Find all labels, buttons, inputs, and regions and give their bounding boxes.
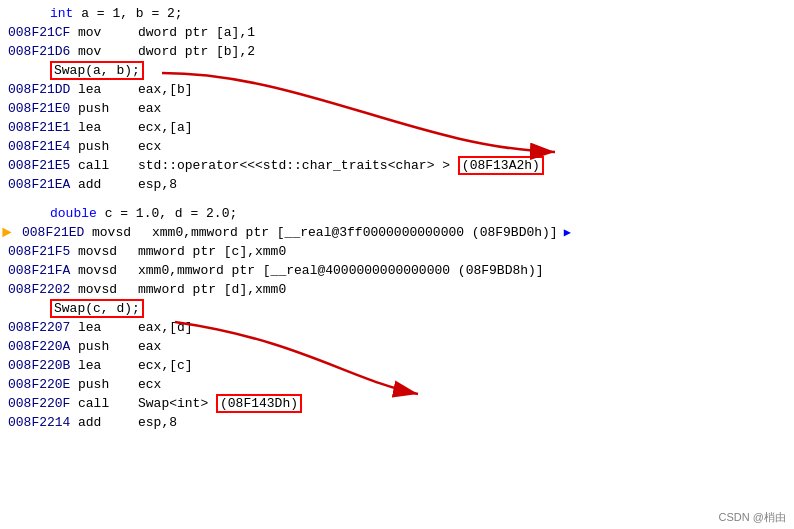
mnem-movsd2: movsd [78,244,138,259]
source-text-1: a = 1, b = 2; [81,6,182,21]
addr-21EA: 008F21EA [8,177,78,192]
keyword-double: double [50,206,97,221]
op-mov1: dword ptr [a],1 [138,25,255,40]
asm-line-11: 008F2202 movsd mmword ptr [d],xmm0 [0,280,794,299]
op-call1: std::operator<<<std::char_traits<char> > [138,158,458,173]
op-push2: ecx [138,139,161,154]
addr-21ED: 008F21ED [22,225,92,240]
addr-220A: 008F220A [8,339,78,354]
swap-line-2: Swap(c, d); [0,299,794,318]
addr-ref-box-1: (08F13A2h) [458,156,544,175]
mnem-movsd4: movsd [78,282,138,297]
op-movsd3: xmm0,mmword ptr [__real@4000000000000000… [138,263,544,278]
play-marker: ▶ [564,225,571,240]
addr-220B: 008F220B [8,358,78,373]
mnem-lea2: lea [78,120,138,135]
mnem-movsd3: movsd [78,263,138,278]
addr-220E: 008F220E [8,377,78,392]
asm-line-12: 008F2207 lea eax,[d] [0,318,794,337]
empty-line [0,194,794,204]
addr-21D6: 008F21D6 [8,44,78,59]
op-movsd4: mmword ptr [d],xmm0 [138,282,286,297]
mnem-push1: push [78,101,138,116]
addr-21E1: 008F21E1 [8,120,78,135]
swap-cd-box: Swap(c, d); [50,299,144,318]
mnem-call1: call [78,158,138,173]
addr-2202: 008F2202 [8,282,78,297]
asm-line-4: 008F21E0 push eax [0,99,794,118]
source-line-2: double c = 1.0, d = 2.0; [0,204,794,223]
asm-line-14: 008F220B lea ecx,[c] [0,356,794,375]
mnem-mov1: mov [78,25,138,40]
keyword-int: int [50,6,73,21]
op-movsd2: mmword ptr [c],xmm0 [138,244,286,259]
mnem-mov2: mov [78,44,138,59]
asm-line-5: 008F21E1 lea ecx,[a] [0,118,794,137]
addr-21FA: 008F21FA [8,263,78,278]
addr-21F5: 008F21F5 [8,244,78,259]
asm-line-7: 008F21EA add esp,8 [0,175,794,194]
mnem-lea3: lea [78,320,138,335]
op-lea4: ecx,[c] [138,358,193,373]
asm-line-8: ► 008F21ED movsd xmm0,mmword ptr [__real… [0,223,794,242]
op-push3: eax [138,339,161,354]
asm-line-9: 008F21F5 movsd mmword ptr [c],xmm0 [0,242,794,261]
op-lea3: eax,[d] [138,320,193,335]
addr-220F: 008F220F [8,396,78,411]
addr-2207: 008F2207 [8,320,78,335]
asm-line-15: 008F220E push ecx [0,375,794,394]
asm-line-call2: 008F220F call Swap<int> (08F143Dh) [0,394,794,413]
op-add1: esp,8 [138,177,177,192]
mnem-movsd1: movsd [92,225,152,240]
asm-line-10: 008F21FA movsd xmm0,mmword ptr [__real@4… [0,261,794,280]
asm-line-13: 008F220A push eax [0,337,794,356]
asm-line-6: 008F21E4 push ecx [0,137,794,156]
source-text-2: c = 1.0, d = 2.0; [105,206,238,221]
asm-line-call1: 008F21E5 call std::operator<<<std::char_… [0,156,794,175]
addr-21E0: 008F21E0 [8,101,78,116]
code-container: int a = 1, b = 2; 008F21CF mov dword ptr… [0,0,794,529]
addr-ref-box-2: (08F143Dh) [216,394,302,413]
asm-line-16: 008F2214 add esp,8 [0,413,794,432]
asm-line-1: 008F21CF mov dword ptr [a],1 [0,23,794,42]
current-line-arrow: ► [2,224,12,242]
op-push1: eax [138,101,161,116]
op-push4: ecx [138,377,161,392]
addr-21DD: 008F21DD [8,82,78,97]
addr-21E4: 008F21E4 [8,139,78,154]
mnem-push4: push [78,377,138,392]
asm-line-2: 008F21D6 mov dword ptr [b],2 [0,42,794,61]
source-line-1: int a = 1, b = 2; [0,4,794,23]
op-mov2: dword ptr [b],2 [138,44,255,59]
addr-2214: 008F2214 [8,415,78,430]
op-lea2: ecx,[a] [138,120,193,135]
op-movsd1: xmm0,mmword ptr [__real@3ff0000000000000… [152,225,558,240]
mnem-push2: push [78,139,138,154]
addr-21CF: 008F21CF [8,25,78,40]
mnem-push3: push [78,339,138,354]
asm-line-3: 008F21DD lea eax,[b] [0,80,794,99]
watermark: CSDN @梢由 [719,510,786,525]
mnem-call2: call [78,396,138,411]
op-add2: esp,8 [138,415,177,430]
mnem-add2: add [78,415,138,430]
mnem-add1: add [78,177,138,192]
mnem-lea4: lea [78,358,138,373]
op-call2: Swap<int> [138,396,216,411]
swap-ab-box: Swap(a, b); [50,61,144,80]
addr-21E5: 008F21E5 [8,158,78,173]
op-lea1: eax,[b] [138,82,193,97]
mnem-lea1: lea [78,82,138,97]
swap-line-1: Swap(a, b); [0,61,794,80]
